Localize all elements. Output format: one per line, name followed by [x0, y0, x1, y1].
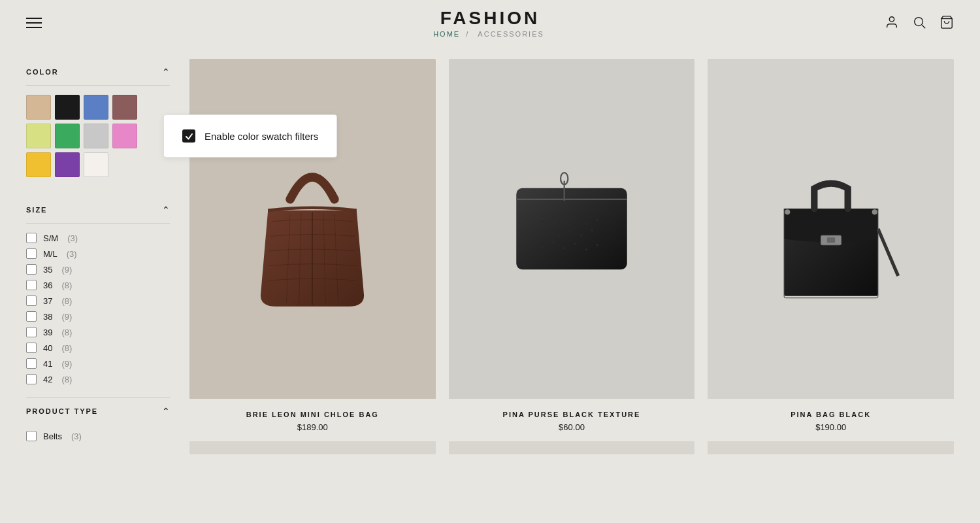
size-checkbox-36[interactable]: [26, 280, 37, 290]
color-swatch-purple[interactable]: [55, 152, 80, 177]
size-checkbox-41[interactable]: [26, 358, 37, 369]
header: FASHION HOME / ACCESSORIES: [0, 0, 980, 46]
size-item-39[interactable]: 39 (8): [26, 327, 170, 337]
size-count: (3): [67, 249, 77, 259]
sidebar: COLOR ⌃ SIZE ⌃ S/M (3) M/L (3): [26, 59, 170, 454]
svg-rect-28: [826, 237, 834, 243]
product-type-item-Belts[interactable]: Belts (3): [26, 431, 170, 441]
color-swatch-tan[interactable]: [26, 95, 51, 120]
color-swatch-yellow[interactable]: [26, 152, 51, 177]
size-item-M/L[interactable]: M/L (3): [26, 248, 170, 259]
color-swatch-yellow-green[interactable]: [26, 124, 51, 148]
size-filter-header[interactable]: SIZE ⌃: [26, 197, 170, 224]
cart-icon[interactable]: [939, 15, 954, 31]
size-checkbox-M/L[interactable]: [26, 248, 37, 259]
size-label: M/L: [43, 249, 57, 259]
header-center: FASHION HOME / ACCESSORIES: [433, 8, 547, 38]
color-swatches-grid: [26, 95, 170, 184]
product-type-header[interactable]: PRODUCT TYPE ⌃: [26, 397, 170, 424]
product-image-area-2: [708, 59, 954, 399]
product-type-section: PRODUCT TYPE ⌃ Belts (3): [26, 397, 170, 441]
color-swatch-light-gray[interactable]: [84, 124, 108, 148]
size-label: 38: [43, 312, 52, 322]
size-count: (8): [61, 280, 72, 290]
product-name-2: PINA BAG BLACK: [714, 411, 947, 418]
svg-point-22: [574, 243, 576, 245]
svg-point-16: [569, 230, 571, 232]
product-image-area-1: [449, 59, 695, 399]
color-swatch-white[interactable]: [84, 152, 108, 177]
product-type-checkbox-Belts[interactable]: [26, 431, 37, 441]
menu-icon[interactable]: [26, 18, 42, 28]
size-label: 39: [43, 328, 52, 337]
svg-point-20: [552, 241, 554, 243]
product-type-chevron-icon: ⌃: [162, 406, 170, 416]
size-count: (8): [61, 343, 72, 353]
size-item-36[interactable]: 36 (8): [26, 280, 170, 290]
product-price-2: $190.00: [714, 422, 947, 432]
size-chevron-icon: ⌃: [162, 205, 170, 215]
size-label: 35: [43, 265, 52, 275]
svg-point-10: [563, 222, 565, 224]
svg-point-14: [547, 231, 549, 233]
color-chevron-icon: ⌃: [162, 67, 170, 77]
size-checkbox-42[interactable]: [26, 374, 37, 384]
svg-point-11: [574, 217, 576, 219]
svg-line-2: [922, 25, 925, 28]
product-type-label: PRODUCT TYPE: [26, 407, 98, 415]
svg-point-29: [785, 209, 790, 214]
size-item-S/M[interactable]: S/M (3): [26, 233, 170, 243]
size-checkbox-S/M[interactable]: [26, 233, 37, 243]
size-count: (8): [61, 296, 72, 306]
size-list: S/M (3) M/L (3) 35 (9) 36 (8) 37 (8) 38 …: [26, 233, 170, 384]
size-item-40[interactable]: 40 (8): [26, 343, 170, 353]
size-item-42[interactable]: 42 (8): [26, 374, 170, 384]
svg-point-15: [558, 235, 560, 237]
size-item-41[interactable]: 41 (9): [26, 358, 170, 369]
header-icons: [885, 15, 954, 31]
svg-point-30: [872, 209, 877, 214]
size-item-35[interactable]: 35 (9): [26, 264, 170, 275]
breadcrumb-current: ACCESSORIES: [478, 30, 544, 38]
size-checkbox-40[interactable]: [26, 343, 37, 353]
svg-point-23: [585, 248, 587, 250]
color-swatch-green[interactable]: [55, 124, 80, 148]
breadcrumb-home[interactable]: HOME: [433, 30, 460, 38]
account-icon[interactable]: [885, 15, 899, 31]
svg-point-18: [591, 229, 593, 231]
site-logo[interactable]: FASHION: [433, 8, 547, 29]
breadcrumb-separator: /: [466, 30, 469, 38]
search-icon[interactable]: [912, 15, 926, 31]
breadcrumb: HOME / ACCESSORIES: [433, 30, 547, 38]
size-checkbox-37[interactable]: [26, 295, 37, 306]
product-type-item-label: Belts: [43, 431, 62, 441]
color-swatch-black[interactable]: [55, 95, 80, 120]
product-card-2[interactable]: PINA BAG BLACK $190.00: [708, 59, 954, 454]
color-swatch-mauve[interactable]: [112, 95, 137, 120]
size-checkbox-38[interactable]: [26, 311, 37, 322]
svg-point-8: [541, 220, 543, 222]
product-type-count: (3): [71, 431, 82, 441]
size-count: (8): [61, 375, 72, 384]
product-card-1[interactable]: PINA PURSE BLACK TEXTURE $60.00: [449, 59, 695, 454]
main-layout: COLOR ⌃ SIZE ⌃ S/M (3) M/L (3): [0, 46, 980, 467]
svg-point-21: [563, 247, 565, 249]
color-filter-header[interactable]: COLOR ⌃: [26, 59, 170, 86]
svg-point-9: [552, 216, 554, 218]
svg-rect-4: [516, 188, 627, 269]
product-info-2: PINA BAG BLACK $190.00: [708, 399, 954, 441]
color-filter-label: COLOR: [26, 68, 59, 76]
enable-swatch-checkbox[interactable]: [182, 129, 195, 143]
color-swatch-pink[interactable]: [112, 124, 137, 148]
size-item-38[interactable]: 38 (9): [26, 311, 170, 322]
size-checkbox-39[interactable]: [26, 327, 37, 337]
size-item-37[interactable]: 37 (8): [26, 295, 170, 306]
product-price-1: $60.00: [455, 422, 689, 432]
size-checkbox-35[interactable]: [26, 264, 37, 275]
size-count: (9): [61, 359, 72, 369]
color-swatch-blue[interactable]: [84, 95, 108, 120]
svg-point-0: [889, 16, 894, 21]
product-info-0: BRIE LEON MINI CHLOE BAG $189.00: [189, 399, 436, 441]
product-price-0: $189.00: [196, 422, 429, 432]
product-image-area-0: [189, 59, 436, 399]
